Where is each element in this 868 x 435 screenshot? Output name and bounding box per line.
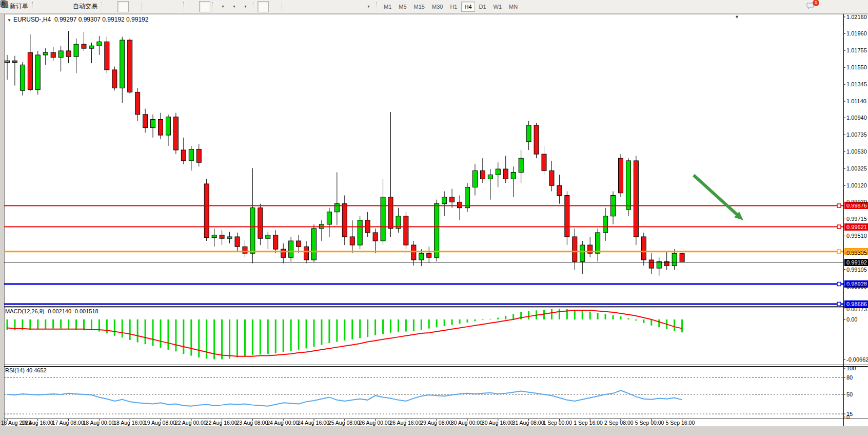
candle-bearish [220,235,224,238]
candle-bullish [89,46,94,48]
level-line-anchor[interactable] [837,204,841,207]
candle-bullish [58,51,63,58]
candle-bearish [649,260,654,268]
candle-bearish [143,115,148,128]
candle-bullish [672,253,677,266]
candle-bullish [166,117,170,135]
candle-bullish [442,197,447,204]
candle-bullish [580,245,585,261]
candle-bullish [5,61,10,62]
candle-bearish [135,92,140,114]
candle-bullish [151,120,155,128]
candle-bullish [511,172,516,179]
candle-bullish [472,171,477,187]
candle-bearish [404,216,408,245]
candle-bullish [120,40,125,88]
candle-bullish [250,208,255,253]
candle-bullish [289,241,293,257]
candle-bearish [450,197,455,202]
candle-bullish [488,175,492,179]
candle-bearish [557,185,562,195]
candle-bullish [266,235,270,238]
candle-bearish [549,171,554,185]
candle-bearish [112,70,117,88]
level-line-anchor[interactable] [837,282,841,286]
candle-bearish [204,184,209,238]
candle-bearish [350,237,354,245]
candle-bearish [458,202,462,207]
candle-bearish [534,125,539,154]
candle-bearish [281,249,286,257]
candle-bearish [273,235,278,249]
candle-bullish [596,233,600,253]
level-line-anchor[interactable] [837,225,841,229]
candle-bearish [105,42,109,70]
candle-bearish [181,150,186,161]
candle-bearish [159,120,163,136]
candle-bearish [51,52,55,58]
candle-bearish [503,169,508,179]
candle-bullish [97,42,102,46]
price-axis[interactable] [843,14,868,419]
level-line-anchor[interactable] [837,250,841,253]
candle-bullish [312,229,317,260]
candle-bearish [196,149,201,162]
candle-bullish [419,253,424,260]
candle-bearish [82,44,86,48]
candle-bullish [626,161,630,210]
chart-canvas[interactable] [0,0,868,435]
candle-bearish [304,247,309,260]
candle-bearish [641,237,646,260]
candle-bearish [480,171,485,179]
candle-bearish [573,237,577,261]
candle-bearish [565,196,569,237]
candle-bearish [634,161,638,237]
candle-bearish [619,158,623,193]
candle-bearish [297,241,301,247]
candle-bullish [35,55,40,90]
candle-bearish [542,154,546,171]
candle-bullish [381,197,385,241]
candle-bearish [66,51,71,56]
candle-bearish [411,245,416,260]
candle-bullish [227,237,232,238]
mt4-window: 新订单 [0,0,868,435]
candle-bullish [43,52,48,55]
candle-bullish [334,204,339,212]
candle-bearish [427,253,431,257]
candle-bearish [388,197,393,229]
candle-bullish [20,65,25,90]
candle-bearish [235,237,240,247]
level-line-anchor[interactable] [837,302,841,306]
candle-bearish [243,247,247,253]
candle-bullish [74,44,78,56]
candle-bullish [657,261,661,268]
candle-bearish [680,254,684,262]
candle-bullish [526,125,531,142]
candle-bearish [373,233,378,241]
candle-bearish [28,52,32,89]
candle-bullish [189,149,193,161]
candle-bearish [342,204,347,237]
candle-bearish [258,208,263,239]
candle-bullish [519,158,523,172]
candle-bearish [12,61,17,62]
candle-bullish [465,187,470,207]
candle-bullish [212,235,216,238]
candle-bullish [327,212,331,224]
candle-bullish [358,220,362,245]
candle-bearish [173,117,178,150]
time-axis[interactable] [4,419,843,426]
candle-bullish [496,169,500,175]
candle-bullish [603,216,608,233]
candle-bullish [435,204,439,258]
candle-bearish [128,40,132,92]
